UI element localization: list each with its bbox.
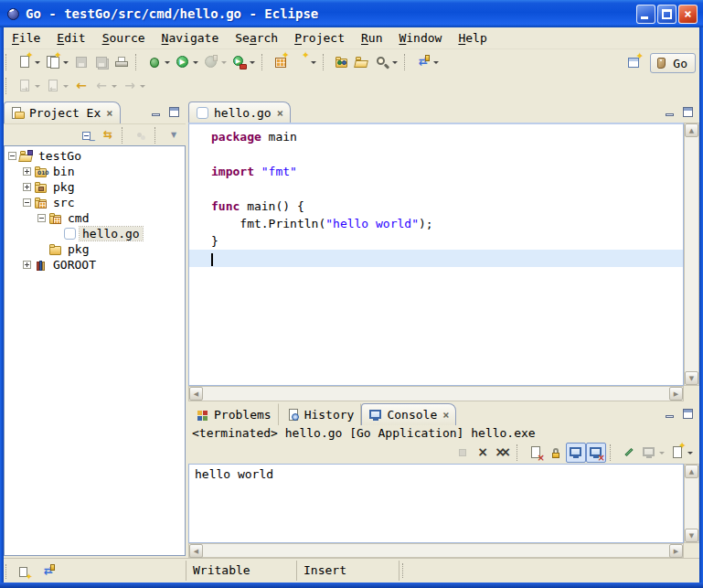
minimize-console-button[interactable]	[662, 406, 677, 420]
terminate-button[interactable]	[453, 443, 473, 463]
show-on-stdout-icon	[569, 445, 583, 460]
scroll-lock-button[interactable]	[546, 443, 566, 463]
new-wizard-button[interactable]: ✦	[15, 52, 43, 72]
scroll-left-icon[interactable]: ◀	[189, 387, 203, 401]
menu-search[interactable]: Search	[227, 27, 286, 48]
prev-annotation-button[interactable]: ←	[43, 76, 71, 96]
new-go-project-button[interactable]: ✦	[271, 52, 291, 72]
sync-small-button[interactable]: ⇄	[38, 561, 59, 582]
maximize-editor-button[interactable]	[680, 104, 696, 118]
minimize-editor-button[interactable]	[662, 104, 677, 118]
maximize-view-button[interactable]	[166, 104, 182, 118]
open-perspective-button[interactable]: ✦	[624, 53, 644, 73]
sync-views-button[interactable]: ⇄	[413, 52, 442, 72]
search-button[interactable]	[372, 52, 400, 72]
show-on-stdout-button[interactable]	[566, 443, 586, 463]
menu-navigate[interactable]: Navigate	[154, 27, 228, 48]
titlebar[interactable]: Go - testGo/src/cmd/hello.go - Eclipse ×	[0, 0, 703, 27]
maximize-button[interactable]	[657, 5, 676, 24]
menu-file[interactable]: File	[4, 27, 48, 48]
focus-button[interactable]	[131, 125, 151, 145]
tree-item-pkg[interactable]: pkg	[5, 241, 185, 257]
tree-item-testgo[interactable]: testGo	[5, 148, 185, 164]
menu-edit[interactable]: Edit	[48, 27, 93, 48]
next-annotation-button[interactable]: →	[15, 76, 43, 96]
profile-button[interactable]	[201, 52, 229, 72]
go-perspective-button[interactable]: Go	[650, 53, 696, 73]
tree-item-bin[interactable]: 010bin	[5, 164, 185, 179]
debug-button[interactable]	[144, 52, 173, 72]
tree-item-hello-go[interactable]: hello.go	[5, 226, 185, 241]
menu-window[interactable]: Window	[390, 27, 450, 48]
editor-horizontal-scrollbar[interactable]: ◀ ▶	[188, 386, 684, 401]
save-button[interactable]	[71, 52, 91, 72]
tree-expander-icon[interactable]	[23, 198, 31, 207]
back-button[interactable]: ←	[91, 76, 120, 96]
debug-icon	[147, 55, 162, 69]
forward-button[interactable]: →	[120, 76, 148, 96]
tab-problems[interactable]: Problems	[188, 403, 279, 425]
close-view-icon[interactable]: ×	[106, 107, 112, 120]
maximize-console-button[interactable]	[680, 406, 696, 420]
tree-expander-icon[interactable]	[23, 261, 31, 269]
tree-expander-icon[interactable]	[23, 183, 31, 191]
code-editor[interactable]: package mainimport "fmt"func main() { fm…	[188, 123, 684, 386]
minimize-view-button[interactable]	[148, 104, 164, 118]
menu-help[interactable]: Help	[450, 27, 495, 48]
collapse-all-button[interactable]: −	[78, 125, 98, 145]
tree-expander-icon[interactable]	[37, 214, 46, 222]
close-button[interactable]: ×	[678, 5, 698, 24]
external-tools-button[interactable]: ▶	[229, 52, 258, 72]
last-edit-location-button[interactable]: ←	[71, 76, 91, 96]
clear-console-button[interactable]: ×	[526, 443, 546, 463]
scroll-down-icon[interactable]: ▼	[685, 371, 698, 385]
view-menu-button[interactable]: ▼	[164, 125, 184, 145]
show-on-stderr-button[interactable]: ×	[586, 443, 606, 463]
tree-item-src[interactable]: src	[5, 195, 185, 210]
close-view-icon[interactable]: ×	[442, 409, 449, 422]
tab-history[interactable]: History	[279, 403, 362, 425]
menu-project[interactable]: Project	[286, 27, 353, 48]
tab-project-explorer[interactable]: Project Ex ×	[4, 102, 121, 123]
tab-hello-go[interactable]: hello.go ×	[188, 102, 291, 123]
tree-item-pkg[interactable]: pkg	[5, 179, 185, 195]
open-folder-button[interactable]	[352, 52, 372, 72]
console-vertical-scrollbar[interactable]: ▲ ▼	[684, 464, 699, 543]
import-folder-button[interactable]	[332, 52, 352, 72]
new-go-element-button[interactable]: ✦	[291, 52, 319, 72]
display-console-button[interactable]	[639, 443, 667, 463]
editor-vertical-scrollbar[interactable]: ▲ ▼	[684, 123, 699, 386]
fast-view-button[interactable]: ✦	[15, 561, 35, 582]
run-button[interactable]: ▶	[173, 52, 201, 72]
remove-all-launches-button[interactable]: ××	[493, 443, 513, 463]
open-folder-icon	[355, 55, 369, 69]
window-title: Go - testGo/src/cmd/hello.go - Eclipse	[26, 6, 318, 21]
toolbar-separator	[517, 444, 523, 461]
console-output[interactable]: hello world	[188, 464, 684, 543]
tree-item-cmd[interactable]: cmd	[5, 210, 185, 226]
new-file-button[interactable]: ✦	[43, 52, 71, 72]
menu-source[interactable]: Source	[94, 27, 154, 48]
tree-item-goroot[interactable]: GOROOT	[5, 257, 185, 273]
tree-expander-icon[interactable]	[8, 152, 16, 160]
menu-run[interactable]: Run	[353, 27, 390, 48]
pin-console-button[interactable]	[619, 443, 639, 463]
close-icon: ×	[679, 5, 697, 23]
tab-console[interactable]: Console×	[361, 403, 456, 425]
minimize-button[interactable]	[636, 5, 655, 24]
close-editor-icon[interactable]: ×	[277, 107, 283, 120]
tree-expander-icon[interactable]	[23, 167, 31, 176]
dropdown-arrow-icon	[659, 452, 665, 454]
save-all-button[interactable]	[91, 52, 112, 72]
link-editor-button[interactable]: ⇆	[98, 125, 118, 145]
open-console-button[interactable]: ✦	[667, 443, 696, 463]
console-horizontal-scrollbar[interactable]: ◀ ▶	[188, 543, 684, 558]
go-file-icon	[63, 227, 78, 241]
perspective-switcher: ✦ Go	[624, 53, 696, 73]
print-button[interactable]	[112, 52, 132, 72]
remove-launch-button[interactable]: ×	[473, 443, 493, 463]
scroll-up-icon[interactable]: ▲	[685, 123, 698, 137]
scroll-right-icon[interactable]: ▶	[669, 387, 683, 401]
focus-icon	[133, 128, 148, 143]
console-output-text: hello world	[195, 467, 273, 481]
